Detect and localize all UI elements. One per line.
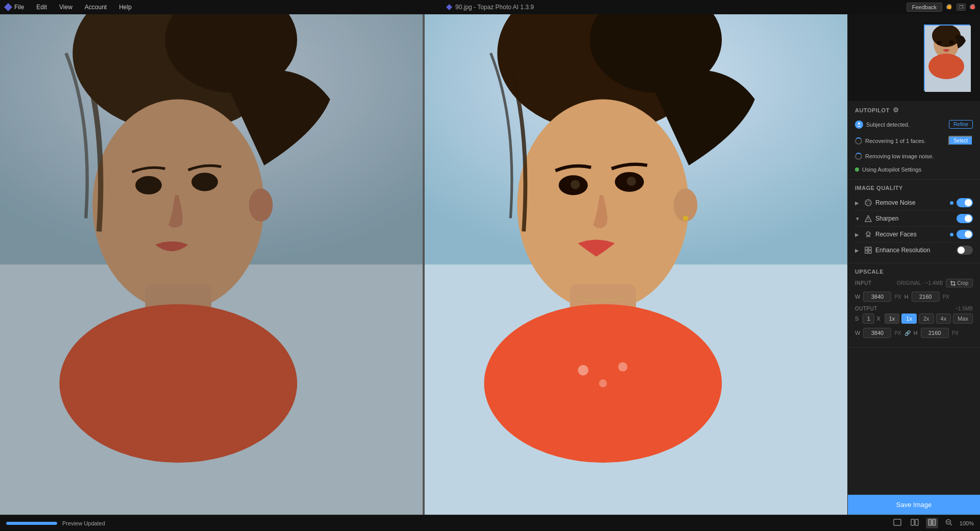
- title-icon: [446, 4, 452, 10]
- svg-rect-50: [928, 519, 932, 525]
- svg-rect-48: [911, 519, 914, 525]
- subject-detected-text: Subject detected.: [866, 122, 946, 128]
- upscale-section: UPSCALE INPUT ORIGINAL · ~1.4MB Crop: [848, 263, 980, 348]
- right-panel-content: AUTOPILOT ⚙ Subject detected. Refine: [848, 101, 980, 495]
- svg-point-42: [869, 233, 870, 234]
- output-dimensions-row: W 3840 PX 🔗 H 2160 PX: [855, 328, 973, 338]
- svg-point-8: [191, 173, 218, 191]
- side-by-side-button[interactable]: [926, 518, 938, 528]
- topaz-icon: [4, 3, 12, 11]
- scale-4x-btn[interactable]: 4x: [936, 313, 951, 324]
- svg-rect-45: [865, 251, 868, 253]
- svg-point-35: [868, 201, 869, 202]
- scale-buttons-row: S 1 X 1x 1x 2x 4x Max: [855, 313, 973, 324]
- sharpen-item[interactable]: ▼ Sharpen: [855, 211, 973, 227]
- frame-view-button[interactable]: [891, 518, 903, 528]
- gear-icon[interactable]: ⚙: [893, 106, 899, 114]
- sharpen-icon: [864, 214, 872, 223]
- svg-line-54: [950, 524, 952, 526]
- output-label: OUTPUT: [855, 306, 877, 311]
- svg-point-21: [571, 180, 580, 189]
- scale-max-btn[interactable]: Max: [953, 313, 973, 324]
- close-button[interactable]: ×: [970, 4, 976, 10]
- svg-point-17: [578, 365, 589, 376]
- svg-point-41: [867, 233, 868, 234]
- scale-1x-active-btn[interactable]: 1x: [901, 313, 917, 324]
- output-height-value[interactable]: 2160: [921, 328, 949, 338]
- original-image-panel: [0, 14, 423, 515]
- feedback-button[interactable]: Feedback: [906, 3, 942, 12]
- zoom-icon: [945, 519, 952, 526]
- recover-faces-toggle[interactable]: [957, 230, 973, 239]
- progress-fill: [6, 522, 57, 525]
- svg-point-9: [249, 188, 273, 222]
- recover-faces-item[interactable]: ▶ Recover Faces: [855, 227, 973, 243]
- refine-button[interactable]: Refine: [949, 120, 973, 129]
- original-image-svg: [0, 14, 423, 515]
- remove-noise-item[interactable]: ▶ Remove Noise: [855, 195, 973, 211]
- px-unit-h-output: PX: [952, 330, 959, 336]
- app-logo: [4, 3, 12, 11]
- menu-account[interactable]: Account: [83, 3, 109, 12]
- scale-1x-btn[interactable]: 1x: [885, 313, 900, 324]
- output-info: ~1.5MB: [955, 306, 973, 311]
- menu-bar: File Edit View Account Help: [12, 3, 134, 12]
- px-unit-w-output: PX: [894, 330, 901, 336]
- autopilot-settings-text: Using Autopilot Settings: [862, 166, 973, 173]
- recover-faces-label: Recover Faces: [875, 231, 947, 238]
- lock-icon[interactable]: 🔗: [904, 330, 911, 336]
- svg-point-7: [135, 176, 162, 195]
- menu-help[interactable]: Help: [117, 3, 134, 12]
- svg-rect-49: [915, 519, 918, 525]
- sharpen-toggle[interactable]: [957, 214, 973, 223]
- titlebar-right: Feedback − ❐ ×: [906, 3, 976, 12]
- width-label-input: W: [855, 294, 860, 300]
- noise-expand-arrow: ▶: [855, 200, 861, 206]
- menu-view[interactable]: View: [57, 3, 75, 12]
- svg-point-6: [59, 304, 297, 463]
- remove-noise-toggle[interactable]: [957, 198, 973, 207]
- scale-2x-btn[interactable]: 2x: [919, 313, 934, 324]
- thumbnail-area: [848, 14, 980, 101]
- split-view-button[interactable]: [909, 518, 921, 528]
- save-image-button[interactable]: Save Image: [848, 495, 980, 515]
- subject-icon: [855, 120, 863, 129]
- enhance-resolution-item[interactable]: ▶ Enhance Resolution: [855, 243, 973, 258]
- face-svg: [865, 231, 872, 238]
- recovering-text: Recovering 1 of 1 faces.: [865, 138, 945, 144]
- svg-point-18: [599, 379, 607, 388]
- thumbnail-image: [924, 25, 970, 91]
- enhance-resolution-toggle[interactable]: [957, 246, 973, 255]
- svg-rect-47: [894, 519, 901, 525]
- input-height-value[interactable]: 2160: [912, 292, 940, 302]
- face-icon: [864, 230, 872, 238]
- menu-file[interactable]: File: [12, 3, 26, 12]
- select-button[interactable]: Select: [948, 136, 973, 146]
- removing-noise-text: Removing low image noise.: [865, 153, 973, 159]
- height-label-output: H: [914, 330, 918, 336]
- scale-value[interactable]: 1: [863, 313, 874, 324]
- enhance-resolution-label: Enhance Resolution: [875, 247, 953, 254]
- scale-x-label: X: [876, 316, 880, 322]
- crop-icon: [950, 281, 955, 286]
- restore-button[interactable]: ❐: [957, 4, 966, 11]
- svg-point-19: [618, 362, 627, 371]
- image-area: [0, 14, 847, 515]
- zoom-out-button[interactable]: [943, 518, 954, 528]
- svg-rect-51: [933, 519, 936, 525]
- crop-button[interactable]: Crop: [946, 279, 973, 287]
- subject-svg: [856, 122, 862, 127]
- split-icon: [911, 519, 919, 526]
- sharpen-expand-arrow: ▼: [855, 216, 861, 222]
- input-width-value[interactable]: 3840: [863, 292, 891, 302]
- image-quality-label: IMAGE QUALITY: [855, 185, 903, 191]
- using-autopilot-row: Using Autopilot Settings: [855, 165, 973, 174]
- output-width-value[interactable]: 3840: [863, 328, 891, 338]
- resolution-svg: [865, 247, 872, 254]
- minimize-button[interactable]: −: [946, 4, 952, 10]
- px-unit-w-input: PX: [894, 294, 901, 300]
- frame-icon: [893, 519, 901, 526]
- menu-edit[interactable]: Edit: [34, 3, 49, 12]
- noise-spinner: [855, 153, 862, 160]
- svg-point-36: [869, 203, 870, 204]
